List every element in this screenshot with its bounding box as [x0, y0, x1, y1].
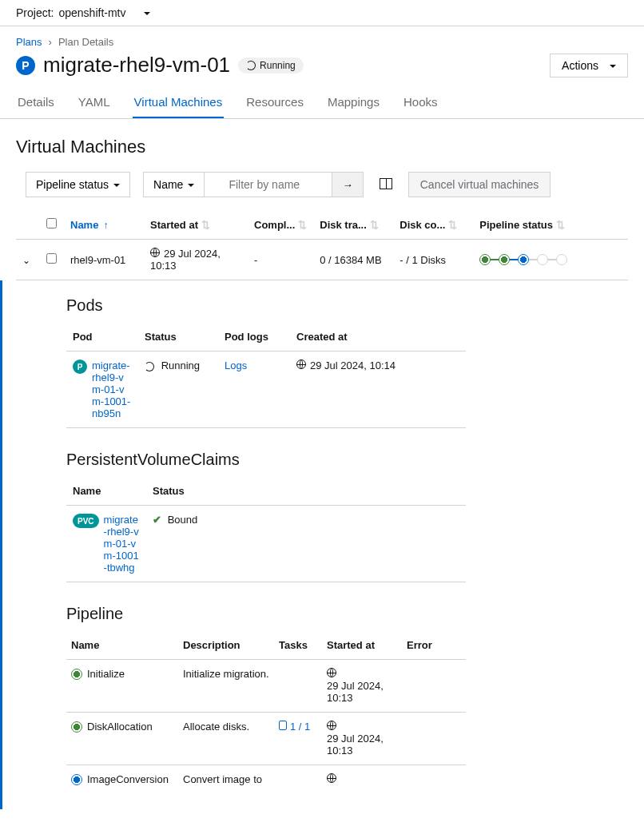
table-row: P migrate-rhel9-vm-01-vm-1001-nb95n Runn…	[66, 351, 466, 428]
tab-mappings[interactable]: Mappings	[326, 87, 381, 118]
filter-field-label: Name	[153, 178, 183, 191]
tabs-nav: Details YAML Virtual Machines Resources …	[0, 87, 644, 119]
col-name[interactable]: Name	[70, 219, 98, 231]
pod-logs-link[interactable]: Logs	[225, 359, 247, 371]
sync-icon	[145, 362, 154, 371]
vm-disk-transfer-cell: 0 / 16384 MB	[313, 240, 393, 280]
pipeline-status-dots	[479, 254, 622, 265]
sort-icon: ⇅	[201, 219, 210, 231]
step-error	[402, 660, 466, 713]
vm-started-cell: 29 Jul 2024, 10:13	[144, 240, 248, 280]
col-completed[interactable]: Compl...	[254, 219, 295, 231]
step-tasks	[274, 660, 322, 713]
pvc-status-cell: ✔ Bound	[146, 506, 466, 582]
vm-pipeline-cell	[473, 240, 628, 280]
pipeline-connector-icon	[510, 259, 518, 260]
filter-submit-button[interactable]: →	[332, 172, 363, 197]
step-name: ImageConversion	[87, 773, 169, 785]
step-description: Initialize migration.	[178, 660, 274, 713]
columns-icon	[380, 178, 392, 189]
pod-name-link[interactable]: migrate-rhel9-vm-01-vm-1001-nb95n	[92, 359, 132, 419]
filter-type-dropdown[interactable]: Pipeline status	[26, 172, 130, 197]
pipeline-table: Name Description Tasks Started at Error …	[66, 631, 466, 793]
actions-label: Actions	[562, 59, 598, 72]
pods-col-logs: Pod logs	[218, 323, 290, 351]
col-pipeline[interactable]: Pipeline status	[479, 219, 553, 231]
tasks-link[interactable]: 1 / 1	[290, 721, 310, 733]
pods-table: Pod Status Pod logs Created at P migrate…	[66, 323, 466, 428]
tab-hooks[interactable]: Hooks	[402, 87, 439, 118]
caret-down-icon	[139, 6, 150, 19]
breadcrumb: Plans Plan Details	[0, 26, 644, 48]
step-description: Convert image to	[178, 765, 274, 794]
step-tasks	[274, 765, 322, 794]
check-icon: ✔	[153, 514, 161, 526]
breadcrumb-current: Plan Details	[58, 36, 113, 48]
globe-icon	[327, 668, 336, 677]
table-row: ⌄ rhel9-vm-01 29 Jul 2024, 10:13 - 0 / 1…	[16, 240, 628, 280]
filter-type-label: Pipeline status	[36, 178, 109, 191]
vm-name-cell: rhel9-vm-01	[64, 240, 144, 280]
page-header: P migrate-rhel9-vm-01 Running Actions	[0, 48, 644, 87]
col-started[interactable]: Started at	[150, 219, 198, 231]
project-value: openshift-mtv	[58, 6, 125, 19]
vm-completed-cell: -	[248, 240, 313, 280]
step-status-icon	[71, 721, 82, 733]
pl-col-tasks: Tasks	[274, 631, 322, 660]
filter-field-dropdown[interactable]: Name	[143, 172, 205, 197]
expand-toggle[interactable]: ⌄	[22, 255, 30, 266]
step-name: Initialize	[87, 668, 125, 680]
pod-status-cell: Running	[138, 351, 218, 428]
table-row: DiskAllocation Allocate disks. 1 / 1 29 …	[66, 713, 466, 765]
pod-created-cell: 29 Jul 2024, 10:14	[290, 351, 466, 428]
globe-icon	[150, 248, 160, 257]
actions-dropdown[interactable]: Actions	[550, 54, 628, 77]
pods-col-created: Created at	[290, 323, 466, 351]
sort-icon: ⇅	[370, 219, 379, 231]
step-error	[402, 713, 466, 765]
pl-col-name: Name	[66, 631, 178, 660]
step-tasks: 1 / 1	[274, 713, 322, 765]
filter-group: Name ⌕ →	[143, 172, 364, 197]
pods-col-pod: Pod	[66, 323, 138, 351]
project-label: Project:	[16, 6, 54, 19]
pipeline-step-dot-icon	[556, 254, 567, 265]
pl-col-started: Started at	[322, 631, 402, 660]
globe-icon	[327, 721, 336, 730]
arrow-right-icon: →	[342, 179, 352, 191]
filter-input[interactable]	[205, 172, 332, 197]
pipeline-step-dot-icon	[479, 254, 491, 265]
step-status-icon	[71, 774, 82, 785]
pvc-badge-icon: PVC	[73, 514, 99, 528]
step-error	[402, 765, 466, 794]
row-checkbox[interactable]	[46, 253, 57, 264]
tab-resources[interactable]: Resources	[244, 87, 305, 118]
step-description: Allocate disks.	[178, 713, 274, 765]
manage-columns-button[interactable]	[376, 173, 396, 197]
pvc-name-link[interactable]: migrate-rhel9-vm-01-vm-1001-tbwhg	[104, 514, 140, 574]
sort-icon: ⇅	[556, 219, 565, 231]
pipeline-title: Pipeline	[66, 605, 479, 623]
project-selector[interactable]: Project: openshift-mtv	[0, 0, 644, 26]
pipeline-step-dot-icon	[537, 254, 548, 265]
pl-col-error: Error	[402, 631, 466, 660]
breadcrumb-plans-link[interactable]: Plans	[16, 36, 42, 48]
col-disk-transfer[interactable]: Disk tra...	[320, 219, 367, 231]
pipeline-step-dot-icon	[499, 254, 510, 265]
pod-badge-icon: P	[73, 359, 87, 374]
tab-virtual-machines[interactable]: Virtual Machines	[133, 87, 225, 118]
step-status-icon	[71, 669, 82, 680]
globe-icon	[327, 773, 336, 783]
pods-title: Pods	[66, 296, 479, 315]
tab-details[interactable]: Details	[16, 87, 56, 118]
cancel-vms-button[interactable]: Cancel virtual machines	[408, 172, 551, 197]
breadcrumb-separator-icon	[49, 36, 52, 48]
pipeline-connector-icon	[529, 259, 537, 260]
toolbar: Pipeline status Name ⌕ → Cancel virtual …	[0, 172, 644, 210]
expanded-row-content: Pods Pod Status Pod logs Created at P mi…	[0, 280, 495, 809]
step-started: 29 Jul 2024, 10:13	[322, 660, 402, 713]
pvc-title: PersistentVolumeClaims	[66, 451, 479, 469]
select-all-checkbox[interactable]	[46, 218, 57, 228]
col-disk-count[interactable]: Disk co...	[400, 219, 445, 231]
tab-yaml[interactable]: YAML	[77, 87, 112, 118]
